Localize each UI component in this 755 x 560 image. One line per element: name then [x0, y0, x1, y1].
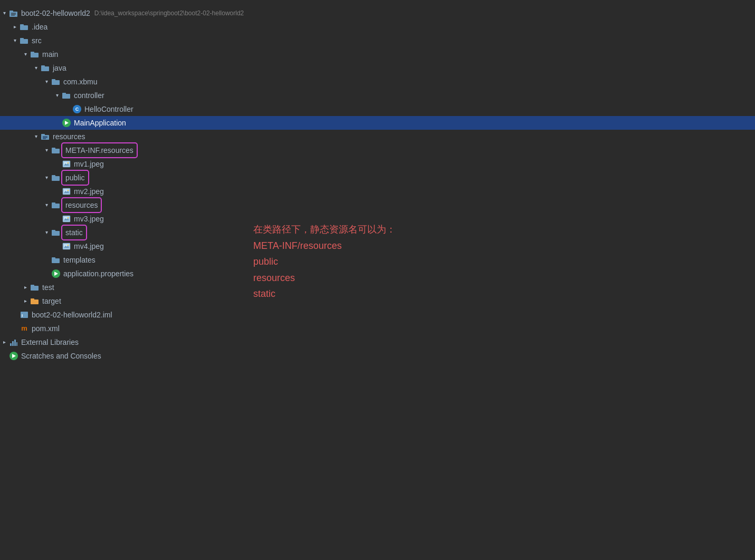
svg-rect-12: [41, 65, 45, 67]
tree-item-pom.xml[interactable]: mpom.xml: [0, 322, 755, 335]
tree-item-root[interactable]: ▾ boot2-02-helloworld2D:\idea_workspace\…: [0, 6, 755, 20]
svg-rect-13: [52, 80, 60, 85]
tree-arrow-HelloController[interactable]: [63, 105, 72, 113]
svg-rect-36: [52, 202, 55, 204]
svg-rect-16: [62, 93, 66, 94]
tree-label-wrap-resources: resources: [53, 131, 85, 142]
svg-rect-53: [31, 298, 34, 300]
tree-item-resources2[interactable]: ▾ resources: [0, 198, 755, 212]
tree-label-wrap-root: boot2-02-helloworld2: [21, 7, 90, 19]
tree-item-java[interactable]: ▾ java: [0, 61, 755, 75]
tree-label-wrap-idea: .idea: [32, 21, 47, 33]
folder-blue-icon: [52, 78, 60, 86]
image-file-icon: [62, 242, 71, 250]
svg-rect-52: [31, 300, 39, 304]
tree-label-MainApplication: MainApplication: [74, 117, 126, 129]
tree-label-wrap-mv1.jpeg: mv1.jpeg: [74, 158, 104, 170]
tree-arrow-mv1.jpeg[interactable]: [53, 160, 61, 168]
annotation-line1: 在类路径下，静态资源名可以为：: [253, 221, 396, 238]
scratches-icon: [9, 352, 18, 360]
svg-marker-17: [65, 121, 69, 125]
tree-label-wrap-external-libraries: External Libraries: [21, 336, 79, 348]
tree-item-com.xbmu[interactable]: ▾ com.xbmu: [0, 75, 755, 89]
tree-arrow-public[interactable]: ▾: [42, 173, 51, 182]
tree-item-src[interactable]: ▾ src: [0, 34, 755, 47]
svg-rect-59: [16, 342, 17, 346]
tree-label-resources2: resources: [65, 199, 98, 211]
tree-arrow-root[interactable]: ▾: [0, 9, 8, 17]
image-file-icon: [62, 187, 71, 196]
iml-icon: I: [20, 311, 28, 319]
tree-item-scratches[interactable]: Scratches and Consoles: [0, 349, 755, 363]
tree-label-resources: resources: [53, 131, 85, 142]
tree-label-mv2.jpeg: mv2.jpeg: [74, 186, 104, 197]
tree-arrow-mv3.jpeg[interactable]: [53, 215, 61, 223]
tree-arrow-resources[interactable]: ▾: [32, 132, 40, 141]
tree-arrow-static[interactable]: ▾: [42, 228, 51, 237]
tree-arrow-application.properties[interactable]: [42, 269, 51, 278]
tree-arrow-templates[interactable]: [42, 256, 51, 264]
tree-arrow-resources2[interactable]: ▾: [42, 201, 51, 209]
tree-item-iml-file[interactable]: I boot2-02-helloworld2.iml: [0, 308, 755, 322]
tree-label-wrap-public: public: [63, 172, 87, 184]
tree-item-controller[interactable]: ▾ controller: [0, 89, 755, 102]
tree-arrow-iml-file[interactable]: [11, 311, 19, 319]
bar-chart-icon: [9, 338, 18, 346]
tree-label-wrap-src: src: [32, 35, 42, 46]
tree-item-public[interactable]: ▾ public: [0, 171, 755, 185]
tree-arrow-scratches[interactable]: [0, 352, 8, 360]
tree-label-external-libraries: External Libraries: [21, 336, 79, 348]
tree-label-wrap-scratches: Scratches and Consoles: [21, 350, 101, 362]
tree-arrow-test[interactable]: ▸: [21, 283, 30, 292]
tree-label-wrap-application.properties: application.properties: [63, 268, 133, 279]
tree-label-mv3.jpeg: mv3.jpeg: [74, 213, 104, 225]
tree-label-wrap-MainApplication: MainApplication: [74, 117, 126, 129]
tree-item-HelloController[interactable]: CHelloController: [0, 102, 755, 116]
tree-arrow-java[interactable]: ▾: [32, 64, 40, 72]
tree-arrow-mv2.jpeg[interactable]: [53, 187, 61, 196]
svg-rect-8: [20, 38, 24, 40]
tree-label-application.properties: application.properties: [63, 268, 133, 279]
tree-item-main[interactable]: ▾ main: [0, 47, 755, 61]
tree-arrow-external-libraries[interactable]: ▸: [0, 338, 8, 346]
tree-label-wrap-HelloController: HelloController: [84, 103, 133, 115]
tree-label-wrap-mv3.jpeg: mv3.jpeg: [74, 213, 104, 225]
tree-label-wrap-iml-file: boot2-02-helloworld2.iml: [32, 309, 112, 321]
annotation-line3: public: [253, 254, 396, 270]
svg-rect-50: [31, 286, 39, 291]
svg-point-34: [68, 190, 69, 191]
tree-arrow-src[interactable]: ▾: [11, 36, 19, 45]
tree-arrow-com.xbmu[interactable]: ▾: [42, 78, 51, 86]
tree-arrow-target[interactable]: ▸: [21, 297, 30, 305]
svg-rect-15: [62, 94, 70, 99]
tree-item-mv2.jpeg[interactable]: mv2.jpeg: [0, 185, 755, 198]
tree-arrow-META-INF.resources[interactable]: ▾: [42, 146, 51, 155]
tree-arrow-main[interactable]: ▾: [21, 50, 30, 59]
svg-rect-1: [9, 11, 13, 12]
tree-arrow-mv4.jpeg[interactable]: [53, 242, 61, 250]
tree-label-java: java: [53, 62, 66, 74]
tree-label-wrap-java: java: [53, 62, 66, 74]
tree-arrow-pom.xml[interactable]: [11, 324, 19, 333]
tree-arrow-controller[interactable]: ▾: [53, 91, 61, 100]
tree-item-MainApplication[interactable]: MainApplication: [0, 116, 755, 130]
svg-marker-60: [12, 354, 16, 358]
tree-arrow-idea[interactable]: ▸: [11, 23, 19, 31]
tree-arrow-MainApplication[interactable]: [53, 119, 61, 127]
tree-label-wrap-templates: templates: [63, 254, 95, 266]
tree-label-src: src: [32, 35, 42, 46]
tree-item-idea[interactable]: ▸ .idea: [0, 20, 755, 34]
tree-item-resources[interactable]: ▾ resources: [0, 130, 755, 143]
svg-rect-11: [41, 66, 49, 71]
tree-item-mv1.jpeg[interactable]: mv1.jpeg: [0, 157, 755, 171]
tree-label-public: public: [65, 172, 85, 184]
tree-label-mv4.jpeg: mv4.jpeg: [74, 240, 104, 252]
tree-label-scratches: Scratches and Consoles: [21, 350, 101, 362]
tree-item-META-INF.resources[interactable]: ▾ META-INF.resources: [0, 143, 755, 157]
tree-label-META-INF.resources: META-INF.resources: [65, 144, 133, 156]
tree-item-external-libraries[interactable]: ▸ External Libraries: [0, 335, 755, 349]
tree-label-root: boot2-02-helloworld2: [21, 7, 90, 19]
tree-label-wrap-com.xbmu: com.xbmu: [63, 76, 98, 88]
tree-label-pom.xml: pom.xml: [32, 323, 60, 334]
svg-rect-51: [31, 285, 34, 286]
